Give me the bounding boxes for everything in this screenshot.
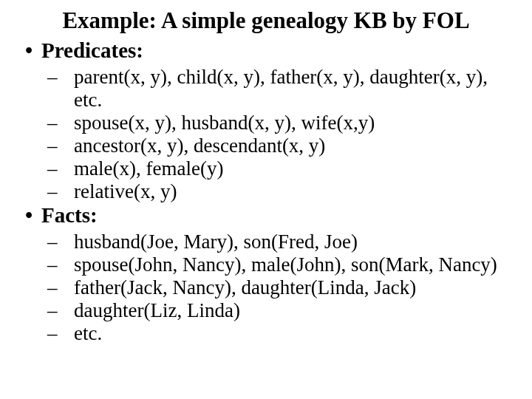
dash-icon: – [61, 180, 74, 203]
section-predicates: •Predicates: –parent(x, y), child(x, y),… [21, 38, 511, 203]
list-item-text: daughter(Liz, Linda) [74, 299, 240, 321]
list-item: –spouse(John, Nancy), male(John), son(Ma… [61, 253, 511, 276]
list-item-text: ancestor(x, y), descendant(x, y) [74, 134, 325, 157]
list-item-text: spouse(x, y), husband(x, y), wife(x,y) [74, 112, 375, 134]
list-item: –husband(Joe, Mary), son(Fred, Joe) [61, 231, 511, 253]
facts-list: –husband(Joe, Mary), son(Fred, Joe) –spo… [21, 231, 511, 345]
section-heading-text: Facts: [41, 203, 98, 227]
slide-title: Example: A simple genealogy KB by FOL [21, 7, 511, 34]
dash-icon: – [61, 66, 74, 89]
list-item: –relative(x, y) [61, 180, 511, 203]
list-item: –etc. [61, 322, 511, 345]
dash-icon: – [61, 299, 74, 322]
slide: Example: A simple genealogy KB by FOL •P… [0, 0, 532, 399]
dash-icon: – [61, 276, 74, 299]
list-item: –daughter(Liz, Linda) [61, 299, 511, 322]
dash-icon: – [61, 231, 74, 253]
dash-icon: – [61, 253, 74, 276]
list-item: –spouse(x, y), husband(x, y), wife(x,y) [61, 112, 511, 134]
dash-icon: – [61, 134, 74, 157]
list-item: –male(x), female(y) [61, 157, 511, 180]
list-item-text: relative(x, y) [74, 180, 177, 202]
list-item-text: parent(x, y), child(x, y), father(x, y),… [74, 66, 488, 111]
section-heading-text: Predicates: [41, 38, 143, 62]
bullet-icon: • [25, 38, 41, 63]
dash-icon: – [61, 322, 74, 345]
list-item-text: husband(Joe, Mary), son(Fred, Joe) [74, 231, 358, 253]
section-heading-predicates: •Predicates: [21, 38, 511, 63]
section-heading-facts: •Facts: [21, 203, 511, 228]
list-item-text: etc. [74, 322, 102, 344]
list-item: –father(Jack, Nancy), daughter(Linda, Ja… [61, 276, 511, 299]
dash-icon: – [61, 157, 74, 180]
bullet-icon: • [25, 203, 41, 228]
dash-icon: – [61, 112, 74, 134]
list-item-text: father(Jack, Nancy), daughter(Linda, Jac… [74, 276, 416, 299]
list-item-text: spouse(John, Nancy), male(John), son(Mar… [74, 253, 497, 276]
list-item: –parent(x, y), child(x, y), father(x, y)… [61, 66, 511, 112]
list-item: –ancestor(x, y), descendant(x, y) [61, 134, 511, 157]
list-item-text: male(x), female(y) [74, 157, 223, 180]
predicates-list: –parent(x, y), child(x, y), father(x, y)… [21, 66, 511, 203]
section-facts: •Facts: –husband(Joe, Mary), son(Fred, J… [21, 203, 511, 345]
